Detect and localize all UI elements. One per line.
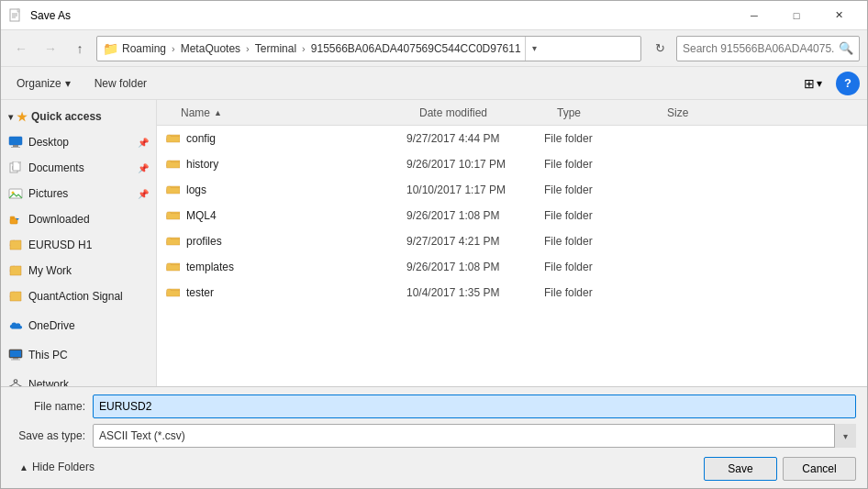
quantaction-icon bbox=[8, 289, 23, 304]
view-grid-icon: ⊞ bbox=[804, 76, 815, 91]
sidebar-item-onedrive[interactable]: OneDrive bbox=[1, 313, 156, 339]
quick-access-chevron: ▾ bbox=[8, 112, 13, 122]
file-type: File folder bbox=[544, 261, 654, 273]
sidebar-item-quantaction[interactable]: QuantAction Signal bbox=[1, 283, 156, 309]
minimize-button[interactable]: ─ bbox=[733, 1, 775, 30]
save-as-dialog: Save As ─ □ ✕ ← → ↑ 📁 Roaming › MetaQuot… bbox=[0, 0, 868, 489]
search-box[interactable]: 🔍 bbox=[676, 36, 860, 61]
close-button[interactable]: ✕ bbox=[818, 1, 860, 30]
desktop-pin-icon: 📌 bbox=[138, 138, 149, 148]
folder-icon bbox=[164, 156, 181, 172]
title-bar: Save As ─ □ ✕ bbox=[1, 1, 867, 30]
breadcrumb-terminal[interactable]: Terminal bbox=[255, 42, 296, 55]
file-modified: 9/26/2017 1:08 PM bbox=[406, 209, 544, 222]
svg-rect-21 bbox=[11, 360, 20, 361]
organize-label: Organize bbox=[17, 77, 61, 90]
organize-button[interactable]: Organize ▾ bbox=[8, 72, 79, 95]
breadcrumb-guid[interactable]: 915566BA06ADA407569C544CC0D97611 bbox=[311, 42, 521, 55]
table-row[interactable]: profiles 9/27/2017 4:21 PM File folder bbox=[157, 228, 867, 254]
filename-input[interactable] bbox=[93, 395, 856, 418]
hide-folders-chevron: ▲ bbox=[19, 462, 28, 472]
up-button[interactable]: ↑ bbox=[67, 36, 93, 61]
sidebar-item-network[interactable]: Network bbox=[1, 372, 156, 386]
name-sort-icon: ▲ bbox=[214, 108, 222, 117]
documents-icon bbox=[8, 161, 23, 175]
quantaction-label: QuantAction Signal bbox=[28, 290, 123, 303]
file-modified: 9/26/2017 1:08 PM bbox=[406, 261, 544, 273]
refresh-button[interactable]: ↻ bbox=[647, 36, 673, 61]
filetype-select[interactable]: ASCII Text (*.csv) bbox=[93, 424, 856, 448]
quick-access-label: Quick access bbox=[31, 110, 102, 123]
forward-button[interactable]: → bbox=[38, 36, 63, 61]
documents-label: Documents bbox=[28, 161, 84, 174]
organize-dropdown-icon: ▾ bbox=[65, 77, 71, 90]
file-type: File folder bbox=[544, 132, 654, 145]
col-header-name[interactable]: Name ▲ bbox=[181, 106, 419, 119]
action-toolbar: Organize ▾ New folder ⊞ ▾ ? bbox=[1, 67, 867, 100]
svg-rect-5 bbox=[9, 137, 22, 145]
dialog-icon bbox=[8, 8, 23, 23]
col-header-modified[interactable]: Date modified bbox=[419, 106, 557, 119]
thispc-icon bbox=[8, 348, 23, 362]
table-row[interactable]: tester 10/4/2017 1:35 PM File folder bbox=[157, 280, 867, 306]
hide-folders-button[interactable]: ▲ Hide Folders bbox=[12, 457, 102, 477]
address-bar[interactable]: 📁 Roaming › MetaQuotes › Terminal › 9155… bbox=[96, 36, 641, 61]
file-name: MQL4 bbox=[186, 209, 406, 222]
sidebar-item-desktop[interactable]: Desktop 📌 bbox=[1, 129, 156, 155]
table-row[interactable]: history 9/26/2017 10:17 PM File folder bbox=[157, 151, 867, 177]
window-controls: ─ □ ✕ bbox=[733, 1, 860, 30]
table-row[interactable]: config 9/27/2017 4:44 PM File folder bbox=[157, 126, 867, 151]
eurusd-label: EURUSD H1 bbox=[28, 239, 92, 251]
new-folder-button[interactable]: New folder bbox=[86, 72, 155, 95]
svg-rect-19 bbox=[10, 350, 21, 357]
search-icon[interactable]: 🔍 bbox=[839, 41, 853, 55]
hide-folders-label: Hide Folders bbox=[32, 461, 95, 473]
sidebar-item-downloaded[interactable]: Downloaded bbox=[1, 206, 156, 232]
file-modified: 9/27/2017 4:21 PM bbox=[406, 235, 544, 248]
file-type: File folder bbox=[544, 158, 654, 171]
cancel-button[interactable]: Cancel bbox=[783, 457, 856, 481]
sidebar-item-mywork[interactable]: My Work bbox=[1, 258, 156, 283]
eurusd-icon bbox=[8, 238, 23, 252]
sidebar: ▾ ★ Quick access Desktop 📌 bbox=[1, 100, 157, 386]
help-button[interactable]: ? bbox=[836, 72, 860, 95]
view-button[interactable]: ⊞ ▾ bbox=[797, 72, 829, 95]
documents-pin-icon: 📌 bbox=[138, 163, 149, 173]
quick-access-header[interactable]: ▾ ★ Quick access bbox=[1, 104, 156, 129]
back-button[interactable]: ← bbox=[8, 36, 34, 61]
breadcrumb-folder-icon: 📁 bbox=[103, 41, 118, 56]
network-label: Network bbox=[28, 378, 69, 386]
svg-rect-1 bbox=[17, 9, 19, 12]
breadcrumb-roaming[interactable]: Roaming bbox=[122, 42, 166, 55]
table-row[interactable]: templates 9/26/2017 1:08 PM File folder bbox=[157, 254, 867, 280]
modified-column-label: Date modified bbox=[419, 106, 487, 119]
search-input[interactable] bbox=[683, 42, 835, 55]
file-name: profiles bbox=[186, 235, 406, 248]
file-type: File folder bbox=[544, 286, 654, 299]
action-buttons: Save Cancel bbox=[704, 457, 856, 481]
sidebar-item-pictures[interactable]: Pictures 📌 bbox=[1, 181, 156, 206]
folder-icon bbox=[164, 207, 181, 224]
filetype-label: Save as type: bbox=[12, 429, 85, 442]
svg-rect-13 bbox=[18, 161, 20, 163]
address-dropdown-button[interactable]: ▾ bbox=[525, 37, 543, 61]
maximize-button[interactable]: □ bbox=[775, 1, 818, 30]
view-dropdown-icon: ▾ bbox=[817, 77, 822, 90]
network-section: Network bbox=[1, 372, 156, 386]
save-button[interactable]: Save bbox=[704, 457, 777, 481]
sidebar-item-eurusd[interactable]: EURUSD H1 bbox=[1, 232, 156, 258]
onedrive-label: OneDrive bbox=[28, 319, 75, 332]
table-row[interactable]: logs 10/10/2017 1:17 PM File folder bbox=[157, 177, 867, 203]
folder-icon bbox=[164, 233, 181, 250]
col-header-type[interactable]: Type bbox=[557, 106, 667, 119]
sidebar-item-thispc[interactable]: This PC bbox=[1, 342, 156, 368]
col-header-size[interactable]: Size bbox=[667, 106, 740, 119]
breadcrumb-metaquotes[interactable]: MetaQuotes bbox=[181, 42, 240, 55]
file-area: Name ▲ Date modified Type Size bbox=[157, 100, 867, 386]
downloaded-label: Downloaded bbox=[28, 213, 90, 226]
table-row[interactable]: MQL4 9/26/2017 1:08 PM File folder bbox=[157, 203, 867, 228]
sidebar-item-documents[interactable]: Documents 📌 bbox=[1, 155, 156, 181]
file-name: tester bbox=[186, 286, 406, 299]
desktop-label: Desktop bbox=[28, 136, 69, 149]
title-text: Save As bbox=[30, 9, 733, 22]
